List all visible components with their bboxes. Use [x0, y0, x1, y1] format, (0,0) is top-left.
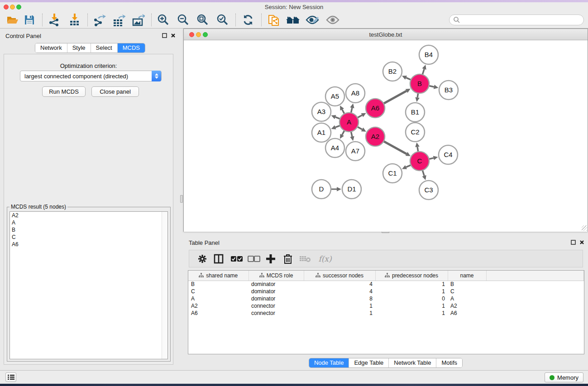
export-network-icon[interactable] [92, 13, 107, 27]
graph-edge-B-B3[interactable] [429, 86, 434, 86]
graph-edge-C-C1[interactable] [406, 165, 411, 167]
table-row[interactable]: Adominator80A [188, 295, 584, 302]
task-history-button[interactable] [5, 372, 16, 382]
zoom-in-icon[interactable] [156, 13, 171, 27]
mcds-result-item[interactable]: A [10, 219, 167, 226]
vertical-splitter-handle[interactable] [180, 195, 183, 203]
delete-columns-icon[interactable] [281, 253, 295, 265]
graph-edge-A-A7[interactable] [351, 132, 352, 137]
search-input[interactable] [460, 17, 583, 24]
table-row[interactable]: A6connector11A6 [188, 310, 584, 317]
tab-network[interactable]: Network [35, 43, 67, 52]
graph-edge-A2-C[interactable] [383, 141, 406, 154]
home-icon[interactable] [285, 13, 301, 27]
import-network-icon[interactable] [47, 13, 62, 27]
graph-edge-A-A8[interactable] [351, 108, 352, 113]
table-row[interactable]: A2connector11A2 [188, 302, 584, 310]
tab-select[interactable]: Select [91, 43, 118, 52]
close-panel-icon[interactable] [579, 239, 585, 245]
mcds-result-item[interactable]: A2 [10, 212, 167, 219]
unselect-all-columns-icon[interactable] [247, 253, 261, 265]
table-row[interactable]: Bdominator41B [188, 281, 584, 288]
table-cell[interactable]: 1 [375, 281, 448, 288]
table-cell[interactable]: A [188, 295, 249, 302]
graph-edge-A-A1[interactable] [335, 125, 340, 127]
refresh-icon[interactable] [240, 13, 256, 27]
table-cell[interactable]: C [188, 288, 249, 295]
window-resize-grip[interactable] [582, 225, 587, 231]
criterion-select[interactable]: largest connected component (directed) [20, 71, 162, 81]
graph-edge-C-C3[interactable] [422, 170, 424, 176]
table-cell[interactable]: 1 [375, 302, 448, 310]
duplicate-network-icon[interactable] [266, 13, 282, 27]
table-cell[interactable]: 4 [304, 281, 375, 288]
tab-mcds[interactable]: MCDS [118, 43, 145, 52]
delete-table-icon[interactable] [298, 253, 312, 265]
tab-edge-table[interactable]: Edge Table [349, 358, 389, 367]
zoom-fit-icon[interactable] [195, 13, 210, 27]
graph-edge-B-B4[interactable] [422, 69, 424, 74]
table-cell[interactable]: C [448, 288, 486, 295]
graph-edge-A-A6[interactable] [358, 115, 362, 118]
column-header-predecessor-nodes[interactable]: predecessor nodes [375, 271, 448, 281]
table-cell[interactable]: 0 [375, 295, 448, 302]
table-cell[interactable]: 4 [304, 288, 375, 295]
table-cell[interactable]: 1 [304, 310, 375, 317]
tab-style[interactable]: Style [67, 43, 91, 52]
table-cell[interactable]: A [448, 295, 486, 302]
table-cell[interactable]: 1 [304, 302, 375, 310]
mcds-result-item[interactable]: A6 [10, 241, 167, 248]
graph-edge-B-B2[interactable] [406, 78, 411, 80]
add-column-icon[interactable] [264, 253, 277, 265]
export-image-icon[interactable] [131, 13, 146, 27]
table-cell[interactable]: 1 [375, 288, 448, 295]
memory-button[interactable]: Memory [545, 372, 583, 382]
mcds-result-item[interactable]: B [10, 226, 167, 234]
import-table-icon[interactable] [67, 13, 82, 27]
graph-edge-A-A5[interactable] [342, 110, 344, 114]
mcds-result-list[interactable]: A2ABCA6 [10, 211, 168, 359]
graph-edge-A-A3[interactable] [335, 117, 340, 119]
select-all-columns-icon[interactable] [230, 253, 244, 265]
graph-edge-C-C2[interactable] [417, 147, 418, 152]
zoom-out-icon[interactable] [176, 13, 191, 27]
float-panel-icon[interactable] [162, 33, 167, 38]
run-mcds-button[interactable]: Run MCDS [42, 86, 86, 97]
graph-edge-B-B1[interactable] [417, 93, 418, 98]
column-header-name[interactable]: name [448, 271, 486, 281]
show-columns-icon[interactable] [212, 253, 225, 265]
table-cell[interactable]: A6 [188, 310, 249, 317]
table-cell[interactable]: dominator [249, 288, 304, 295]
column-header-MCDS-role[interactable]: MCDS role [249, 271, 304, 281]
network-canvas[interactable]: B4B2BB3B1A5A8A6A3AA1A2C2A4A7C4CC1C3DD1 [184, 40, 588, 232]
network-graph[interactable]: B4B2BB3B1A5A8A6A3AA1A2C2A4A7C4CC1C3DD1 [184, 40, 588, 232]
table-cell[interactable]: 1 [375, 310, 448, 317]
main-titlebar[interactable]: Session: New Session [0, 2, 588, 12]
select-stepper-icon[interactable] [152, 71, 161, 81]
table-options-icon[interactable] [196, 253, 209, 265]
tab-node-table[interactable]: Node Table [309, 358, 349, 367]
search-field[interactable] [449, 14, 584, 25]
column-header-successor-nodes[interactable]: successor nodes [304, 271, 375, 281]
table-cell[interactable]: A2 [448, 302, 486, 310]
node-table[interactable]: shared nameMCDS rolesuccessor nodesprede… [188, 270, 584, 354]
close-panel-icon[interactable] [170, 33, 176, 38]
tab-network-table[interactable]: Network Table [389, 358, 436, 367]
table-cell[interactable]: B [448, 281, 486, 288]
network-view-window[interactable]: testGlobe.txt B4B2BB3B1A5A8A6A3AA1A2C2A4… [183, 29, 588, 232]
graph-edge-A6-B[interactable] [383, 91, 406, 104]
network-window-titlebar[interactable]: testGlobe.txt [184, 29, 588, 40]
function-builder-icon[interactable]: f(x) [315, 253, 335, 265]
close-panel-button[interactable]: Close panel [91, 86, 139, 97]
column-header-shared-name[interactable]: shared name [188, 271, 249, 281]
show-graphics-details-icon[interactable] [305, 13, 320, 27]
table-cell[interactable]: A2 [188, 302, 249, 310]
open-session-icon[interactable] [5, 13, 20, 27]
mcds-result-item[interactable]: C [10, 234, 167, 241]
table-cell[interactable]: B [188, 281, 249, 288]
zoom-selected-icon[interactable] [215, 13, 230, 27]
mcds-result-scrollbar[interactable] [162, 212, 167, 359]
table-row[interactable]: Cdominator41C [188, 288, 584, 295]
float-panel-icon[interactable] [570, 239, 576, 245]
table-cell[interactable]: A6 [448, 310, 486, 317]
